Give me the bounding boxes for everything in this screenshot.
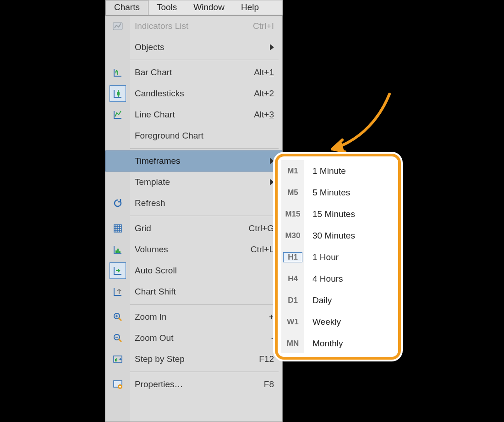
menu-item-label: Auto Scroll: [135, 266, 274, 276]
menu-item-shortcut: Ctrl+G: [249, 223, 274, 233]
menu-item-zoom-in[interactable]: Zoom In+: [105, 306, 282, 328]
menu-item-properties[interactable]: Properties…F8: [105, 374, 282, 395]
menu-item-label: Indicators List: [135, 21, 247, 31]
charts-menu-dropdown: Indicators ListCtrl+IObjectsBar ChartAlt…: [105, 15, 283, 422]
timeframe-code: M1: [281, 167, 304, 176]
menu-item-chart-shift[interactable]: Chart Shift: [105, 281, 282, 302]
menu-item-label: Properties…: [135, 379, 257, 389]
timeframe-label: Weekly: [304, 317, 341, 327]
timeframe-code: M15: [281, 210, 304, 219]
menu-item-label: Candlesticks: [135, 89, 247, 99]
timeframe-label: 5 Minutes: [304, 188, 350, 198]
menu-item-candlesticks[interactable]: CandlesticksAlt+2: [105, 83, 282, 104]
timeframe-code: M30: [281, 231, 304, 240]
svg-rect-10: [116, 358, 117, 361]
menu-item-step-by-step[interactable]: Step by StepF12: [105, 349, 282, 370]
menu-item-label: Zoom Out: [135, 333, 265, 343]
timeframes-submenu: M11 MinuteM55 MinutesM1515 MinutesM3030 …: [275, 154, 401, 360]
menu-item-shortcut: Alt+3: [254, 110, 274, 120]
timeframe-label: 1 Minute: [304, 166, 346, 176]
refresh-icon: [110, 196, 125, 211]
timeframe-item-w1[interactable]: W1Weekly: [281, 311, 394, 333]
svg-rect-2: [117, 92, 120, 95]
candle-icon: [110, 85, 126, 102]
chartshift-icon: [110, 284, 125, 299]
menubar: Charts Tools Window Help: [105, 0, 283, 15]
menu-item-label: Objects: [135, 42, 270, 52]
submenu-arrow-icon: [270, 158, 274, 164]
menu-separator: [130, 60, 279, 60]
menu-item-indicators-list: Indicators ListCtrl+I: [105, 16, 282, 37]
timeframe-code: H1: [283, 252, 302, 262]
svg-rect-5: [119, 251, 121, 253]
svg-rect-4: [117, 249, 119, 253]
menu-item-shortcut: Ctrl+I: [253, 21, 274, 31]
timeframe-label: Daily: [304, 295, 332, 305]
menu-item-label: Grid: [135, 223, 242, 233]
menu-item-shortcut: -: [271, 333, 274, 343]
menu-item-label: Chart Shift: [135, 287, 274, 297]
timeframe-label: 4 Hours: [304, 274, 343, 284]
props-icon: [110, 377, 125, 392]
menu-item-shortcut: Alt+1: [254, 67, 274, 78]
timeframe-item-d1[interactable]: D1Daily: [281, 289, 394, 311]
indicators-icon: [110, 19, 125, 33]
menubar-item-help[interactable]: Help: [233, 0, 267, 15]
menu-item-label: Line Chart: [135, 110, 247, 120]
timeframe-item-mn[interactable]: MNMonthly: [281, 333, 394, 354]
menu-item-label: Refresh: [135, 198, 274, 208]
svg-rect-3: [115, 250, 117, 253]
timeframe-item-m30[interactable]: M3030 Minutes: [281, 225, 394, 246]
menu-item-line-chart[interactable]: Line ChartAlt+3: [105, 104, 282, 125]
menu-item-label: Foreground Chart: [135, 131, 274, 141]
menu-item-shortcut: F12: [259, 354, 274, 364]
barchart-icon: [110, 65, 125, 80]
timeframe-code: D1: [281, 296, 304, 305]
menu-item-timeframes[interactable]: Timeframes: [105, 150, 282, 172]
submenu-arrow-icon: [270, 179, 274, 185]
step-icon: [110, 352, 125, 366]
zoomin-icon: [110, 310, 125, 324]
svg-rect-9: [115, 359, 116, 361]
menu-item-refresh[interactable]: Refresh: [105, 193, 282, 214]
timeframe-label: Monthly: [304, 339, 343, 349]
menu-item-label: Bar Chart: [135, 67, 247, 78]
menu-item-volumes[interactable]: VolumesCtrl+L: [105, 239, 282, 260]
line-icon: [110, 107, 125, 122]
menu-item-shortcut: +: [269, 312, 274, 322]
volumes-icon: [110, 242, 125, 257]
menubar-item-window[interactable]: Window: [185, 0, 233, 15]
timeframe-item-m1[interactable]: M11 Minute: [281, 160, 394, 182]
menu-separator: [130, 148, 279, 149]
callout-arrow-icon: [312, 89, 399, 163]
timeframe-code: MN: [281, 339, 304, 348]
timeframe-item-m15[interactable]: M1515 Minutes: [281, 203, 394, 225]
timeframe-label: 15 Minutes: [304, 209, 355, 219]
menu-item-shortcut: F8: [264, 379, 274, 389]
menu-item-shortcut: Alt+2: [254, 89, 274, 99]
timeframe-code: H4: [281, 274, 304, 283]
menubar-item-tools[interactable]: Tools: [148, 0, 185, 15]
timeframe-label: 1 Hour: [304, 252, 339, 262]
menu-item-template[interactable]: Template: [105, 172, 282, 193]
menu-separator: [130, 304, 279, 305]
timeframe-label: 30 Minutes: [304, 231, 355, 241]
timeframe-item-h1[interactable]: H11 Hour: [281, 246, 394, 268]
timeframe-code: M5: [281, 188, 304, 197]
menu-item-zoom-out[interactable]: Zoom Out-: [105, 328, 282, 349]
submenu-arrow-icon: [270, 44, 274, 50]
menu-item-bar-chart[interactable]: Bar ChartAlt+1: [105, 62, 282, 83]
menu-item-objects[interactable]: Objects: [105, 37, 282, 58]
menu-item-label: Template: [135, 177, 270, 187]
menu-item-label: Volumes: [135, 244, 244, 255]
menu-item-auto-scroll[interactable]: Auto Scroll: [105, 260, 282, 281]
menu-separator: [130, 216, 279, 216]
svg-point-13: [119, 386, 121, 388]
menu-item-foreground-chart[interactable]: Foreground Chart: [105, 125, 282, 146]
menu-item-grid[interactable]: GridCtrl+G: [105, 218, 282, 239]
timeframe-code: W1: [281, 317, 304, 327]
timeframe-item-m5[interactable]: M55 Minutes: [281, 182, 394, 203]
timeframe-item-h4[interactable]: H44 Hours: [281, 268, 394, 289]
menu-separator: [130, 372, 279, 372]
menubar-item-charts[interactable]: Charts: [105, 0, 148, 15]
